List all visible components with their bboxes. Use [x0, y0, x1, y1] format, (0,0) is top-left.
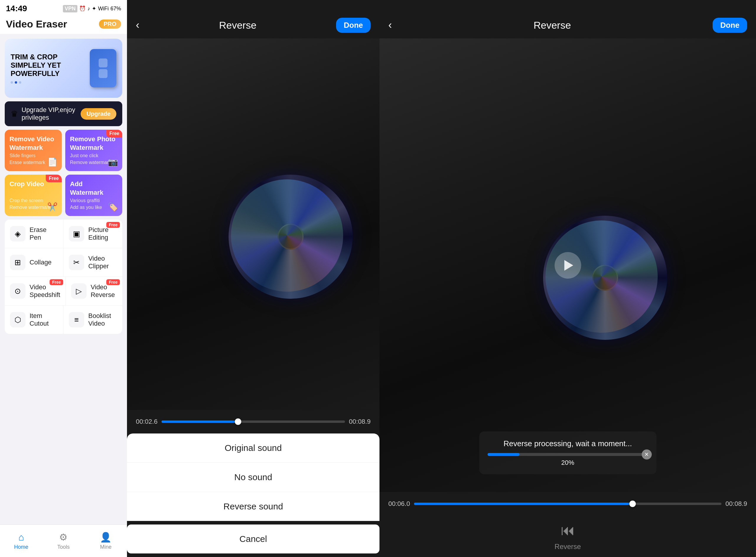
feature-card-icon: 📄	[47, 157, 58, 167]
sound-option-reverse-sound[interactable]: Reverse sound	[127, 492, 379, 521]
tool-label: Erase Pen	[30, 226, 58, 241]
processing-percent: 20%	[487, 459, 648, 467]
right-timeline-thumb[interactable]	[629, 501, 636, 507]
middle-timeline: 00:02.6 00:08.9	[127, 410, 379, 434]
free-tag-picture: Free	[106, 222, 120, 228]
right-panel-title: Reverse	[534, 20, 571, 31]
tool-label: Video Clipper	[88, 255, 117, 270]
sound-option-original[interactable]: Original sound	[127, 434, 379, 463]
banner-dot-2	[15, 81, 17, 84]
right-panel: ‹ Reverse Done Reverse processing, wait …	[379, 0, 756, 557]
processing-close-button[interactable]: ✕	[642, 449, 652, 460]
tool-label: Picture Editing	[88, 226, 117, 241]
banner-dot-1	[11, 81, 13, 84]
right-panel-header: ‹ Reverse Done	[379, 0, 756, 38]
crown-icon: ♛	[11, 109, 18, 119]
feature-card-icon: 🏷️	[108, 202, 118, 212]
reverse-label: Reverse	[555, 543, 581, 551]
right-back-button[interactable]: ‹	[388, 19, 392, 31]
app-header: Video Eraser PRO	[0, 16, 127, 34]
banner-dots	[11, 81, 78, 84]
video-reverse-icon: ▷	[71, 283, 87, 299]
vip-bar: ♛ Upgrade VIP,enjoy privileges Upgrade	[5, 101, 122, 126]
middle-back-button[interactable]: ‹	[136, 19, 139, 31]
tool-row-1: ◈ Erase Pen Free ▣ Picture Editing	[5, 219, 122, 248]
right-timeline-progress	[414, 503, 629, 505]
nav-item-home[interactable]: ⌂ Home	[0, 529, 42, 553]
free-tag-reverse: Free	[106, 279, 120, 285]
home-label: Home	[14, 544, 28, 550]
upgrade-button[interactable]: Upgrade	[81, 108, 116, 120]
tool-item-item-cutout[interactable]: ⬡ Item Cutout	[5, 305, 63, 334]
tool-label: Video Speedshift	[30, 283, 60, 299]
right-time-end: 00:08.9	[726, 500, 747, 508]
tool-item-picture-editing[interactable]: Free ▣ Picture Editing	[63, 219, 122, 248]
play-button[interactable]	[555, 252, 581, 278]
feature-card-icon: 📷	[108, 157, 118, 167]
feature-card-crop-video[interactable]: Free Crop Video Crop the screenRemove wa…	[5, 175, 62, 216]
processing-bar-fill	[487, 453, 520, 456]
middle-panel: ‹ Reverse Done 00:02.6 00:08.9 Original …	[127, 0, 379, 557]
tool-item-video-reverse[interactable]: Free ▷ Video Reverse	[66, 277, 122, 305]
booklist-video-icon: ≡	[69, 312, 84, 327]
feature-card-remove-video-watermark[interactable]: Remove VideoWatermark Slide fingersErase…	[5, 130, 62, 171]
feature-card-title: Remove VideoWatermark	[9, 135, 57, 152]
battery-icon: 67%	[111, 6, 121, 12]
home-icon: ⌂	[18, 532, 24, 543]
bluetooth-icon: ✦	[92, 5, 96, 12]
video-clipper-icon: ✂	[69, 255, 84, 270]
alarm-icon: ⏰	[79, 5, 86, 12]
banner-icon	[78, 48, 116, 89]
feature-card-remove-photo-watermark[interactable]: Free Remove PhotoWatermark Just one clic…	[65, 130, 122, 171]
tools-icon: ⚙	[59, 532, 68, 543]
tool-item-collage[interactable]: ⊞ Collage	[5, 248, 63, 276]
nav-item-mine[interactable]: 👤 Mine	[85, 529, 127, 553]
cancel-button[interactable]: Cancel	[127, 525, 379, 553]
bottom-nav: ⌂ Home ⚙ Tools 👤 Mine	[0, 525, 127, 557]
processing-overlay: Reverse processing, wait a moment... ✕ 2…	[479, 432, 657, 474]
status-time: 14:49	[6, 4, 27, 13]
banner-title: TRIM & CROP SIMPLELY YET POWERFULLY	[11, 53, 78, 78]
sound-option-no-sound[interactable]: No sound	[127, 463, 379, 492]
banner-dot-3	[19, 81, 21, 84]
right-bottom-controls: ⏮ Reverse	[379, 516, 756, 557]
feature-card-icon: ✂️	[47, 202, 58, 212]
tool-item-video-speedshift[interactable]: Free ⊙ Video Speedshift	[5, 277, 66, 305]
middle-timeline-thumb[interactable]	[235, 418, 241, 425]
middle-timeline-progress	[161, 420, 235, 423]
right-timeline-track[interactable]	[414, 503, 721, 505]
music-icon: ♪	[87, 6, 90, 12]
left-panel: 14:49 VPN ⏰ ♪ ✦ WiFi 67% Video Eraser PR…	[0, 0, 127, 557]
vip-text: Upgrade VIP,enjoy privileges	[22, 106, 81, 121]
free-tag-photo: Free	[106, 130, 122, 138]
tool-item-erase-pen[interactable]: ◈ Erase Pen	[5, 219, 63, 248]
cd-rainbow	[231, 179, 343, 292]
pro-badge: PRO	[99, 20, 121, 29]
right-time-start: 00:06.0	[388, 500, 410, 508]
free-tag-crop: Free	[46, 175, 62, 182]
status-bar: 14:49 VPN ⏰ ♪ ✦ WiFi 67%	[0, 0, 127, 16]
free-tag-speed: Free	[50, 279, 63, 285]
tool-item-video-clipper[interactable]: ✂ Video Clipper	[63, 248, 122, 276]
sound-options-panel: Original sound No sound Reverse sound	[127, 434, 379, 521]
feature-card-add-watermark[interactable]: Add Watermark Various graffitiAdd as you…	[65, 175, 122, 216]
status-icons: VPN ⏰ ♪ ✦ WiFi 67%	[63, 5, 121, 12]
phone-icon-2	[99, 69, 107, 78]
erase-pen-icon: ◈	[10, 226, 25, 241]
middle-video-area[interactable]	[127, 38, 379, 410]
vip-left: ♛ Upgrade VIP,enjoy privileges	[11, 106, 81, 121]
processing-bar-bg: ✕	[487, 453, 648, 456]
right-done-button[interactable]: Done	[713, 18, 747, 33]
app-title: Video Eraser	[6, 18, 67, 30]
nav-item-tools[interactable]: ⚙ Tools	[42, 529, 85, 553]
right-video-area[interactable]: Reverse processing, wait a moment... ✕ 2…	[379, 38, 756, 492]
tool-label: Video Reverse	[91, 283, 117, 299]
middle-done-button[interactable]: Done	[336, 18, 371, 33]
tool-label: Booklist Video	[88, 312, 117, 327]
feature-card-title: Remove PhotoWatermark	[70, 135, 118, 152]
play-triangle-icon	[564, 260, 573, 271]
middle-timeline-track[interactable]	[161, 420, 345, 423]
middle-panel-title: Reverse	[219, 20, 257, 31]
tool-item-booklist-video[interactable]: ≡ Booklist Video	[63, 305, 122, 334]
banner[interactable]: TRIM & CROP SIMPLELY YET POWERFULLY	[5, 39, 122, 98]
